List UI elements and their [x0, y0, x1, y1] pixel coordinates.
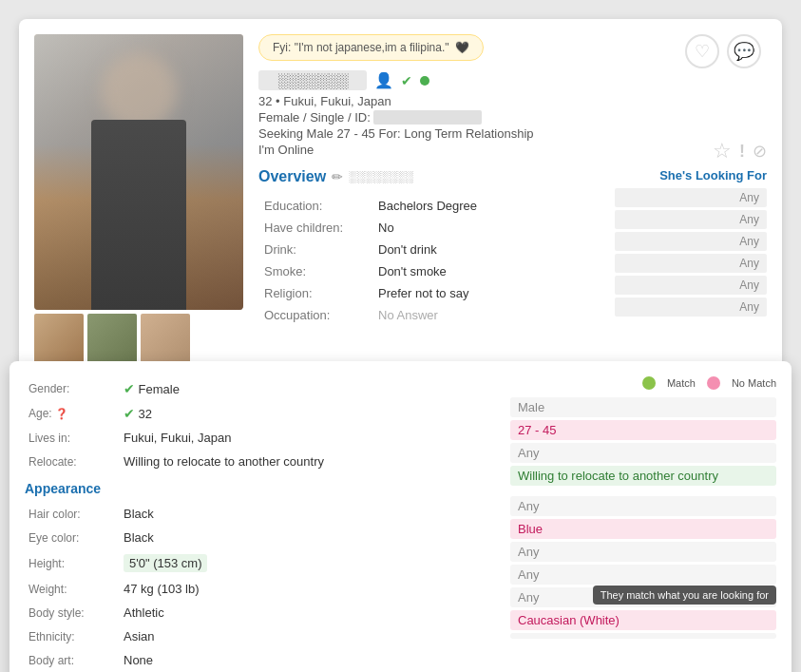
appearance-detail-table: Hair color: Black Eye color: Black Heigh… [25, 502, 495, 672]
quote-text: Fyi: "I'm not japanese,im a filipina." [273, 41, 449, 54]
value-age: ✔ 32 [120, 401, 495, 426]
profile-card-bottom: Gender: ✔ Female Age: ❓ ✔ 32 Lives in: F… [10, 361, 791, 672]
value-livesin: Fukui, Fukui, Japan [120, 426, 495, 450]
value-children: No [372, 217, 600, 239]
detail-row-age: Age: ❓ ✔ 32 [25, 401, 495, 426]
no-match-label: No Match [732, 377, 776, 389]
detail-row-livesin: Lives in: Fukui, Fukui, Japan [25, 426, 495, 450]
match-legend: Match No Match [510, 376, 776, 390]
detail-row-bodystyle: Body style: Athletic [25, 601, 495, 624]
looking-for-any-2: Any [615, 210, 767, 229]
detail-row-ethnicity: Ethnicity: Asian [25, 624, 495, 648]
detail-row-bodyart: Body art: None [25, 648, 495, 672]
star-action[interactable]: ☆ [713, 139, 732, 163]
online-dot [420, 76, 429, 86]
heart-button[interactable]: ♡ [685, 34, 719, 68]
value-ethnicity: Asian [120, 624, 495, 648]
overview-table: Education: Bachelors Degree Have childre… [258, 195, 600, 326]
value-hair: Black [120, 502, 495, 526]
detail-row-relocate: Relocate: Willing to relocate to another… [25, 450, 495, 473]
right-weight: Any [510, 565, 776, 585]
looking-for-title: She's Looking For [615, 168, 767, 182]
overview-row-education: Education: Bachelors Degree [258, 195, 600, 217]
looking-for-any-1: Any [615, 188, 767, 207]
overview-left: Overview ✏ ░░░░░░░░ Education: Bachelors… [258, 168, 600, 326]
detail-row-eye: Eye color: Black [25, 526, 495, 549]
overview-row-children: Have children: No [258, 217, 600, 239]
overview-row-drink: Drink: Don't drink [258, 239, 600, 260]
value-gender: ✔ Female [120, 376, 495, 401]
profile-id: ████████ [373, 110, 482, 125]
overview-section: Overview ✏ ░░░░░░░░ Education: Bachelors… [258, 168, 767, 326]
person-icon: 👤 [374, 71, 393, 89]
profile-seeking: Seeking Male 27 - 45 For: Long Term Rela… [258, 126, 767, 141]
label-relocate: Relocate: [25, 450, 120, 473]
value-religion: Prefer not to say [372, 282, 600, 304]
right-gender: Male [510, 397, 776, 417]
looking-for-any-3: Any [615, 232, 767, 251]
profile-gender-status: Female / Single / ID: ████████ [258, 110, 767, 125]
label-weight: Weight: [25, 577, 120, 601]
detail-right: Match No Match Male 27 - 45 Any Willing … [510, 376, 776, 672]
value-bodystyle: Athletic [120, 601, 495, 624]
looking-for-any-4: Any [615, 254, 767, 273]
tooltip: They match what you are looking for [593, 586, 776, 605]
detail-row-gender: Gender: ✔ Female [25, 376, 495, 401]
action-icons: ☆ ! ⊘ [713, 139, 767, 163]
value-height: 5'0" (153 cm) [120, 549, 495, 577]
label-livesin: Lives in: [25, 426, 120, 450]
help-icon[interactable]: ❓ [55, 408, 68, 419]
detail-row-height: Height: 5'0" (153 cm) [25, 549, 495, 577]
label-occupation: Occupation: [258, 304, 372, 326]
overview-header: Overview ✏ ░░░░░░░░ [258, 168, 600, 185]
quote-emoji: 🖤 [455, 41, 469, 54]
label-drink: Drink: [258, 239, 372, 260]
overview-row-religion: Religion: Prefer not to say [258, 282, 600, 304]
profile-online-status: I'm Online [258, 143, 767, 157]
label-religion: Religion: [258, 282, 372, 304]
profile-photo-area [34, 34, 243, 363]
detail-left: Gender: ✔ Female Age: ❓ ✔ 32 Lives in: F… [25, 376, 495, 672]
right-relocate: Willing to relocate to another country [510, 466, 776, 486]
value-smoke: Don't smoke [372, 260, 600, 282]
photo-thumb-3[interactable] [141, 314, 190, 363]
label-hair: Hair color: [25, 502, 120, 526]
overview-row-smoke: Smoke: Don't smoke [258, 260, 600, 282]
looking-for-any-5: Any [615, 276, 767, 295]
label-gender: Gender: [25, 376, 120, 401]
block-action[interactable]: ⊘ [753, 141, 767, 162]
label-smoke: Smoke: [258, 260, 372, 282]
profile-info: ♡ 💬 Fyi: "I'm not japanese,im a filipina… [258, 34, 767, 363]
appearance-heading: Appearance [25, 481, 495, 496]
label-bodyart: Body art: [25, 648, 120, 672]
gender-verified-icon: ✔ [124, 381, 135, 396]
match-label: Match [667, 377, 696, 389]
right-livesin: Any [510, 443, 776, 463]
value-weight: 47 kg (103 lb) [120, 577, 495, 601]
photo-strip [34, 314, 243, 363]
right-ethnicity: Caucasian (White) [510, 610, 776, 630]
detail-row-weight: Weight: 47 kg (103 lb) [25, 577, 495, 601]
height-highlight: 5'0" (153 cm) [124, 554, 207, 572]
age-verified-icon: ✔ [124, 406, 135, 421]
value-eye: Black [120, 526, 495, 549]
photo-thumb-2[interactable] [87, 314, 137, 363]
right-hair: Any [510, 496, 776, 516]
username: ░░░░░░░ [258, 70, 367, 90]
looking-for-any-6: Any [615, 298, 767, 317]
profile-card-top: ♡ 💬 Fyi: "I'm not japanese,im a filipina… [19, 19, 782, 378]
profile-age-location: 32 • Fukui, Fukui, Japan [258, 94, 767, 108]
label-height: Height: [25, 549, 120, 577]
value-relocate: Willing to relocate to another country [120, 450, 495, 473]
edit-icon[interactable]: ✏ [332, 169, 343, 184]
label-children: Have children: [258, 217, 372, 239]
right-bodyart [510, 633, 776, 639]
match-dot-pink [707, 376, 720, 390]
chat-button[interactable]: 💬 [727, 34, 761, 68]
detail-row-hair: Hair color: Black [25, 502, 495, 526]
report-action[interactable]: ! [739, 142, 745, 162]
value-bodyart: None [120, 648, 495, 672]
username-row: ░░░░░░░ 👤 ✔ [258, 70, 767, 90]
match-dot-green [642, 376, 656, 390]
photo-thumb-1[interactable] [34, 314, 84, 363]
